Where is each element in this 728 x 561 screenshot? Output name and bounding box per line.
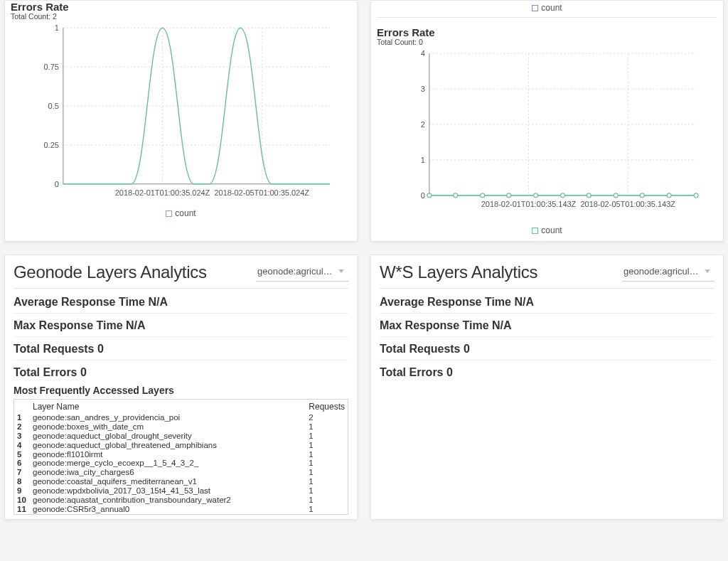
row-requests: 1 [306, 441, 348, 450]
row-layer-name: geonode:CSR5r3_annual0 [30, 505, 306, 514]
svg-point-31 [427, 193, 432, 198]
layers-table: Layer Name Requests 1geonode:san_andres_… [14, 399, 348, 515]
table-row: 6geonode:merge_cyclo_ecoexp__1_5_4_3_2_1 [14, 459, 348, 468]
row-requests: 1 [306, 450, 348, 459]
max-response-time: Max Response Time N/A [380, 319, 714, 332]
row-index: 7 [14, 468, 30, 477]
section-title: Most Frequently Accessed Layers [14, 385, 348, 396]
row-requests: 1 [306, 505, 348, 514]
svg-point-34 [507, 193, 511, 198]
svg-text:0.75: 0.75 [43, 63, 58, 71]
total-requests: Total Requests 0 [380, 343, 714, 356]
row-index: 4 [14, 441, 30, 450]
svg-text:2018-02-01T01:00:35.143Z: 2018-02-01T01:00:35.143Z [481, 200, 577, 208]
svg-text:3: 3 [421, 85, 425, 93]
row-index: 5 [14, 450, 30, 459]
row-requests: 1 [306, 477, 348, 486]
errors-chart-right: 0 1 2 3 4 2018-02-01T01:00:35.143Z 2018-… [377, 46, 717, 223]
svg-point-41 [694, 193, 698, 198]
row-index: 10 [14, 496, 30, 505]
svg-text:0.25: 0.25 [43, 141, 58, 149]
row-index: 3 [14, 432, 30, 441]
svg-text:2018-02-05T01:00:35.143Z: 2018-02-05T01:00:35.143Z [580, 200, 675, 208]
total-errors: Total Errors 0 [14, 366, 348, 379]
svg-point-32 [454, 193, 458, 198]
table-row: 3geonode:aqueduct_global_drought_severit… [14, 432, 348, 441]
svg-text:2: 2 [421, 120, 425, 129]
total-errors: Total Errors 0 [380, 366, 714, 379]
svg-point-35 [534, 193, 538, 198]
chart-subtitle: Total Count: 0 [377, 38, 717, 46]
legend-swatch-icon [532, 228, 538, 234]
geonode-analytics-panel: Geonode Layers Analytics geonode:agricul… [4, 255, 358, 520]
svg-text:2018-02-01T01:00:35.024Z: 2018-02-01T01:00:35.024Z [115, 188, 210, 197]
svg-point-39 [640, 193, 644, 198]
avg-response-time: Average Response Time N/A [14, 296, 348, 309]
svg-text:1: 1 [55, 23, 59, 32]
panel-title: Geonode Layers Analytics [14, 262, 207, 282]
row-index: 8 [14, 477, 30, 486]
row-requests: 1 [306, 486, 348, 496]
row-index: 11 [14, 505, 30, 514]
chart-title: Errors Rate [377, 26, 717, 38]
legend-swatch-icon [166, 210, 172, 217]
row-layer-name: geonode:aquastat_contribution_transbound… [30, 496, 306, 505]
svg-point-38 [614, 193, 618, 198]
row-layer-name: geonode:iwa_city_charges6 [30, 468, 306, 477]
svg-point-33 [481, 193, 485, 198]
row-layer-name: geonode:san_andres_y_providencia_poi [30, 413, 306, 422]
chart-title: Errors Rate [11, 1, 351, 13]
row-layer-name: geonode:aqueduct_global_threatened_amphi… [30, 441, 306, 450]
row-requests: 1 [306, 459, 348, 468]
table-row: 8geonode:coastal_aquifers_mediterranean_… [14, 477, 348, 486]
svg-text:0: 0 [421, 191, 425, 200]
selector-value: geonode:agricul… [623, 266, 699, 277]
row-layer-name: geonode:wpdxbolivia_2017_03_15t4_41_53_l… [30, 486, 306, 496]
row-layer-name: geonode:merge_cyclo_ecoexp__1_5_4_3_2_ [30, 459, 306, 468]
col-layer-name: Layer Name [30, 400, 306, 413]
row-index: 2 [14, 422, 30, 432]
svg-text:1: 1 [421, 156, 425, 164]
col-requests: Requests [306, 400, 348, 413]
chart-subtitle: Total Count: 2 [11, 12, 351, 21]
table-row: 2geonode:boxes_with_date_cm1 [14, 422, 348, 432]
table-row: 9geonode:wpdxbolivia_2017_03_15t4_41_53_… [14, 486, 348, 496]
row-index: 9 [14, 486, 30, 496]
row-layer-name: geonode:boxes_with_date_cm [30, 422, 306, 432]
table-row: 5geonode:fl1010irmt1 [14, 450, 348, 459]
row-layer-name: geonode:coastal_aquifers_mediterranean_v… [30, 477, 306, 486]
table-row: 7geonode:iwa_city_charges61 [14, 468, 348, 477]
chevron-down-icon [338, 269, 344, 273]
svg-text:2018-02-05T01:00:35.024Z: 2018-02-05T01:00:35.024Z [214, 188, 309, 197]
table-row: 4geonode:aqueduct_global_threatened_amph… [14, 441, 348, 450]
top-chart-legend: count [377, 3, 717, 14]
errors-rate-left-panel: Errors Rate Total Count: 2 0 0.25 0.5 0.… [4, 0, 358, 242]
row-requests: 1 [306, 468, 348, 477]
table-row: 11geonode:CSR5r3_annual01 [14, 505, 348, 514]
errors-chart-left: 0 0.25 0.5 0.75 1 2018-02-01T01:00:35.02… [11, 21, 351, 205]
svg-point-37 [587, 193, 591, 198]
total-requests: Total Requests 0 [14, 343, 348, 356]
svg-point-40 [667, 193, 671, 198]
chart-legend: count [377, 225, 717, 235]
selector-value: geonode:agricul… [257, 266, 333, 277]
row-index: 6 [14, 459, 30, 468]
row-requests: 1 [306, 432, 348, 441]
errors-rate-right-panel: count Errors Rate Total Count: 0 0 1 2 3… [370, 0, 724, 242]
table-row: 1geonode:san_andres_y_providencia_poi2 [14, 413, 348, 422]
legend-swatch-icon [532, 5, 538, 11]
layer-selector[interactable]: geonode:agricul… [256, 263, 348, 282]
row-requests: 1 [306, 496, 348, 505]
layer-selector[interactable]: geonode:agricul… [622, 263, 714, 282]
panel-title: W*S Layers Analytics [380, 262, 537, 282]
ws-analytics-panel: W*S Layers Analytics geonode:agricul… Av… [370, 255, 724, 520]
chart-legend: count [11, 208, 351, 218]
row-requests: 1 [306, 422, 348, 432]
row-requests: 2 [306, 413, 348, 422]
table-row: 10geonode:aquastat_contribution_transbou… [14, 496, 348, 505]
row-layer-name: geonode:fl1010irmt [30, 450, 306, 459]
svg-text:0: 0 [55, 180, 59, 188]
svg-text:0.5: 0.5 [48, 102, 59, 110]
row-index: 1 [14, 413, 30, 422]
row-layer-name: geonode:aqueduct_global_drought_severity [30, 432, 306, 441]
